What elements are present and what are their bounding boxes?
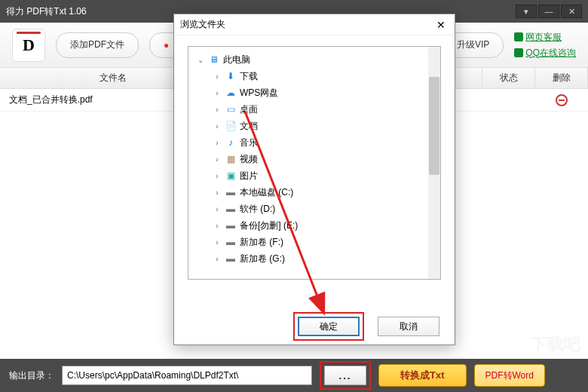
minimize-button[interactable]: — xyxy=(538,5,559,18)
expand-icon[interactable]: › xyxy=(213,222,222,230)
tree-node[interactable]: ›☁WPS网盘 xyxy=(191,84,437,101)
expand-icon[interactable]: › xyxy=(213,155,222,164)
folder-icon: ▬ xyxy=(225,186,237,198)
watermark: 下载吧 xyxy=(531,333,580,356)
tree-node[interactable]: ›▭桌面 xyxy=(191,101,437,118)
dialog-cancel-button[interactable]: 取消 xyxy=(378,317,439,336)
tree-node[interactable]: ›▦视频 xyxy=(191,151,437,167)
tree-node-label: 新加卷 (F:) xyxy=(240,236,283,249)
col-delete: 删除 xyxy=(535,68,588,88)
add-pdf-button[interactable]: 添加PDF文件 xyxy=(56,32,139,58)
dialog-ok-button[interactable]: 确定 xyxy=(298,317,360,336)
dialog-close-button[interactable]: ✕ xyxy=(433,17,449,32)
tree-node[interactable]: ›▣图片 xyxy=(191,167,437,184)
output-dir-label: 输出目录： xyxy=(9,369,54,382)
tree-node-label: 备份[勿删] (E:) xyxy=(240,219,298,232)
upgrade-vip-label: 升级VIP xyxy=(457,38,489,51)
browse-button[interactable]: ... xyxy=(324,366,366,385)
tree-node-label: 音乐 xyxy=(240,136,258,149)
support-icon xyxy=(514,32,523,41)
browse-folder-dialog: 浏览文件夹 ✕ ⌄ 🖥 此电脑 ›⬇下载›☁WPS网盘›▭桌面›📄文档›♪音乐›… xyxy=(173,14,455,345)
link-qq-support[interactable]: QQ在线咨询 xyxy=(514,47,576,60)
tree-node[interactable]: ›▬软件 (D:) xyxy=(191,201,437,217)
tree-node[interactable]: ›📄文档 xyxy=(191,118,437,134)
tree-node[interactable]: ›▬新加卷 (G:) xyxy=(191,250,437,267)
qq-icon xyxy=(514,48,523,57)
folder-tree[interactable]: ⌄ 🖥 此电脑 ›⬇下载›☁WPS网盘›▭桌面›📄文档›♪音乐›▦视频›▣图片›… xyxy=(188,46,441,280)
expand-icon[interactable]: › xyxy=(213,188,222,197)
expand-icon[interactable]: › xyxy=(213,139,222,147)
folder-icon: ▦ xyxy=(225,153,237,165)
expand-icon[interactable]: › xyxy=(213,172,222,180)
scrollbar[interactable] xyxy=(428,47,440,279)
tree-node-label: 桌面 xyxy=(240,103,258,116)
expand-icon[interactable]: › xyxy=(213,255,222,263)
folder-icon: ▬ xyxy=(225,236,237,248)
tree-node[interactable]: ›⬇下载 xyxy=(191,68,437,84)
close-button[interactable]: ✕ xyxy=(561,5,582,18)
folder-icon: ▬ xyxy=(225,253,237,265)
tree-node-label: 本地磁盘 (C:) xyxy=(240,186,293,199)
tree-node-label: 视频 xyxy=(240,153,258,166)
expand-icon[interactable]: › xyxy=(213,205,222,213)
delete-icon[interactable] xyxy=(556,94,568,106)
tree-node[interactable]: ›▬新加卷 (F:) xyxy=(191,234,437,250)
dialog-title: 浏览文件夹 xyxy=(180,18,225,31)
convert-txt-button[interactable]: 转换成Txt xyxy=(378,364,467,387)
tree-node-label: 新加卷 (G:) xyxy=(240,253,285,265)
expand-icon[interactable]: › xyxy=(213,238,222,247)
link-web-support[interactable]: 网页客服 xyxy=(514,31,576,44)
tree-node-label: WPS网盘 xyxy=(240,87,278,100)
output-dir-input[interactable] xyxy=(62,366,312,385)
expand-icon[interactable]: › xyxy=(213,106,222,114)
expand-icon[interactable]: › xyxy=(213,122,222,130)
tree-node[interactable]: ›♪音乐 xyxy=(191,134,437,151)
ok-highlight: 确定 xyxy=(293,312,364,341)
tree-node-root[interactable]: ⌄ 🖥 此电脑 xyxy=(191,51,437,68)
folder-icon: ▬ xyxy=(225,203,237,215)
convert-word-button[interactable]: PDF转Word xyxy=(474,364,545,387)
folder-icon: ▣ xyxy=(225,170,237,182)
folder-icon: 📄 xyxy=(225,120,237,132)
folder-icon: ⬇ xyxy=(225,70,237,82)
tree-node[interactable]: ›▬本地磁盘 (C:) xyxy=(191,184,437,201)
tree-node-label: 软件 (D:) xyxy=(240,203,275,216)
folder-icon: ▬ xyxy=(225,219,237,231)
tree-node-label: 文档 xyxy=(240,120,258,133)
expand-icon[interactable]: › xyxy=(213,89,222,97)
folder-icon: ♪ xyxy=(225,136,237,149)
scrollbar-thumb[interactable] xyxy=(429,77,439,175)
col-status: 状态 xyxy=(482,68,535,88)
tree-node-label: 下载 xyxy=(240,70,258,83)
expand-icon[interactable]: ⌄ xyxy=(196,56,205,64)
app-logo-icon: D xyxy=(12,29,45,62)
folder-icon: ▭ xyxy=(225,103,237,115)
computer-icon: 🖥 xyxy=(208,54,220,66)
browse-highlight: ... xyxy=(320,361,371,390)
tree-node-label: 图片 xyxy=(240,170,258,182)
tree-node-label: 此电脑 xyxy=(223,54,250,66)
add-pdf-label: 添加PDF文件 xyxy=(70,38,124,51)
tree-node[interactable]: ›▬备份[勿删] (E:) xyxy=(191,217,437,234)
expand-icon[interactable]: › xyxy=(213,72,222,81)
settings-icon[interactable]: ▾ xyxy=(516,5,537,18)
folder-icon: ☁ xyxy=(225,87,237,99)
